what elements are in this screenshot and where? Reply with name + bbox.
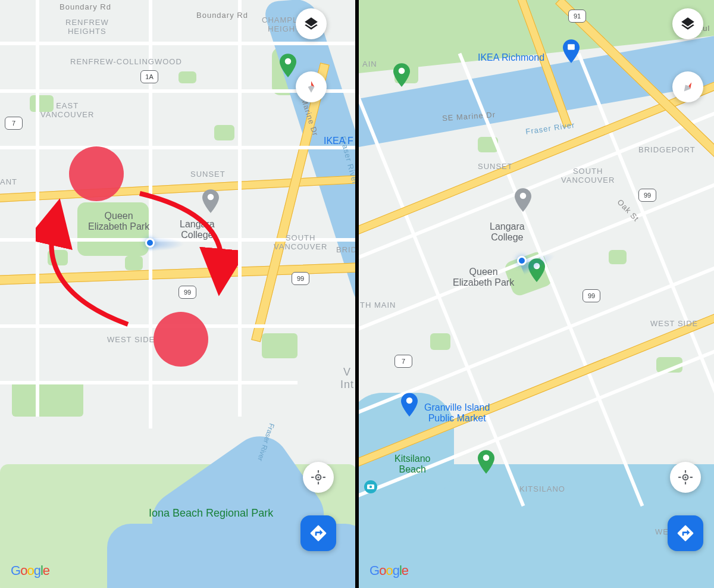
area-label: RENFREW-COLLINGWOOD <box>70 57 182 66</box>
layers-icon <box>680 16 696 32</box>
svg-point-5 <box>317 476 319 478</box>
google-attribution: Google <box>369 563 408 578</box>
road-marine-dr <box>251 62 330 342</box>
road-label: Boundary Rd <box>196 11 248 20</box>
area-label: TH MAIN <box>360 301 396 309</box>
directions-button[interactable] <box>300 515 336 551</box>
road <box>0 42 355 45</box>
poi-pin-ikea[interactable] <box>563 39 580 63</box>
poi-pin-kitsilano[interactable] <box>478 450 494 474</box>
directions-icon <box>309 524 328 543</box>
svg-point-15 <box>399 68 405 74</box>
my-location-button[interactable] <box>670 462 701 493</box>
my-location-icon <box>678 470 693 485</box>
svg-rect-10 <box>568 44 575 49</box>
road-label: Boundary Rd <box>60 2 111 11</box>
poi-iona-beach[interactable]: Iona Beach Regional Park <box>149 507 273 520</box>
layers-button[interactable] <box>296 8 327 39</box>
poi-kitsilano-beach[interactable]: Kitsilano Beach <box>394 453 430 475</box>
area-label: SUNSET <box>478 162 513 171</box>
svg-point-11 <box>520 193 527 199</box>
poi-ikea-richmond[interactable]: IKEA Richmond <box>478 52 544 63</box>
svg-point-18 <box>369 486 372 488</box>
area-label: V Int <box>340 366 354 391</box>
highway-shield-7: 7 <box>5 117 23 130</box>
gesture-rotate-arrows <box>36 173 238 345</box>
area-label: RENFREW HEIGHTS <box>65 18 109 36</box>
park-block <box>262 333 298 358</box>
directions-button[interactable] <box>668 515 703 551</box>
highway-shield-91: 91 <box>568 10 586 23</box>
user-location-dot <box>517 256 527 265</box>
highway-shield-99: 99 <box>292 272 309 285</box>
road <box>238 0 242 417</box>
compass-icon <box>677 76 699 98</box>
poi-pin-camera[interactable] <box>364 480 378 494</box>
park-block <box>178 71 196 83</box>
poi-pin-langara[interactable] <box>515 188 531 212</box>
map-canvas[interactable]: AIN SUNSET BRIDGEPORT SOUTH VANCOUVER TH… <box>359 0 714 588</box>
svg-point-13 <box>406 398 413 404</box>
highway-shield-7: 7 <box>394 355 412 368</box>
svg-marker-3 <box>308 86 315 93</box>
highway-shield-1a: 1A <box>140 70 158 83</box>
map-panel-left[interactable]: RENFREW HEIGHTS RENFREW-COLLINGWOOD CHAM… <box>0 0 355 588</box>
compass-icon <box>303 79 319 95</box>
directions-icon <box>676 524 695 543</box>
svg-point-1 <box>285 58 292 65</box>
poi-pin-park[interactable] <box>393 63 410 87</box>
area-label: EAST VANCOUVER <box>40 101 94 119</box>
layers-icon <box>303 16 319 32</box>
park-block <box>214 125 234 140</box>
google-attribution: Google <box>11 563 49 578</box>
compass-button[interactable] <box>672 71 703 102</box>
poi-ikea[interactable]: IKEA F <box>324 136 353 146</box>
layers-button[interactable] <box>672 8 703 39</box>
my-location-icon <box>311 470 326 485</box>
road <box>0 146 355 149</box>
park-block <box>430 333 450 350</box>
poi-langara-college[interactable]: Langara College <box>490 221 525 243</box>
svg-point-22 <box>684 476 686 478</box>
park-block <box>609 250 627 264</box>
highway-shield-99: 99 <box>583 289 600 302</box>
poi-pin-park[interactable] <box>280 54 296 77</box>
area-label: ANT <box>0 177 17 186</box>
area-label: SOUTH VANCOUVER <box>274 233 327 251</box>
area-label: WEST SIDE <box>650 319 698 328</box>
area-label: AIN <box>362 60 377 68</box>
poi-pin-granville[interactable] <box>401 393 418 417</box>
area-label: BRIDGEPORT <box>638 145 696 154</box>
park-block <box>12 381 83 417</box>
highway-shield-99: 99 <box>638 189 656 202</box>
map-panel-right[interactable]: AIN SUNSET BRIDGEPORT SOUTH VANCOUVER TH… <box>359 0 714 588</box>
area-label: KITSILANO <box>519 484 565 493</box>
river-label: Fraser River <box>525 120 575 136</box>
compass-button[interactable] <box>296 71 327 102</box>
poi-queen-elizabeth-park[interactable]: Queen Elizabeth Park <box>453 267 514 288</box>
area-label: BRID <box>336 245 355 254</box>
area-label: SOUTH VANCOUVER <box>561 167 615 184</box>
svg-point-14 <box>483 455 490 461</box>
poi-granville-island[interactable]: Granville Island Public Market <box>424 402 490 424</box>
my-location-button[interactable] <box>303 462 334 493</box>
